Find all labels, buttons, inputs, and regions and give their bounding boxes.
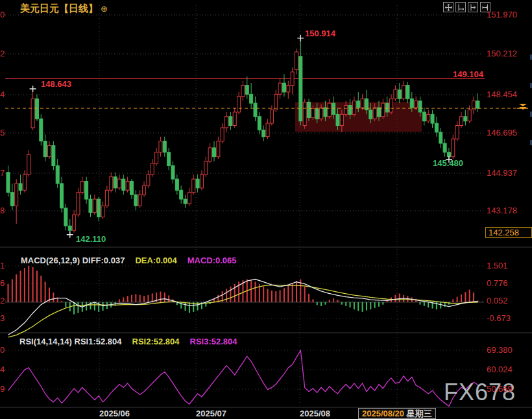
candle-body [390, 99, 393, 112]
candle-body [68, 226, 71, 230]
candle-body [184, 199, 187, 204]
current-date-label: 2025/08/20 [362, 409, 404, 418]
y-axis-label: 151.970 [487, 10, 517, 20]
candle-body [101, 206, 104, 217]
y-axis-label: 150.212 [487, 49, 517, 59]
candle-body [431, 114, 434, 123]
candle-body [110, 177, 113, 191]
y-axis-label: 0.052 [487, 296, 508, 306]
current-date-box: 2025/08/20 星期三 [358, 408, 436, 419]
x-axis-scale-icon[interactable] [455, 2, 466, 12]
y-axis-label: 144.937 [487, 168, 517, 178]
y-axis-clipped-label: 9 [0, 384, 5, 394]
candle-body [455, 126, 459, 139]
candle-body [117, 179, 121, 188]
candle-body [452, 139, 455, 157]
candle-body [287, 86, 290, 92]
candle-body [418, 101, 422, 112]
candle-body [336, 114, 339, 125]
candle-body [468, 110, 471, 121]
macd-header: MACD(26,12,9) DIFF:0.037DEA:0.004MACD:0.… [21, 256, 247, 265]
current-weekday-label: 星期三 [407, 409, 432, 418]
y-axis-clipped-label: 5 [0, 128, 5, 138]
period-tag: 【日线】 [59, 3, 98, 14]
candle-body [381, 103, 385, 117]
rsi2-value: RSI2:52.804 [132, 337, 180, 346]
y-axis-clipped-label: 4 [0, 90, 5, 100]
extreme-cross-marker [30, 86, 36, 92]
candle-body [291, 72, 294, 86]
candle-body [394, 90, 397, 99]
chart-toolbar [443, 2, 490, 12]
candle-body [476, 101, 479, 108]
rsi-params-rsi1-value: RSI(14,14,14) RSI1:52.804 [19, 337, 122, 346]
pan-icon[interactable] [443, 2, 453, 12]
candle-body [122, 179, 125, 190]
candle-body [324, 108, 327, 117]
candle-body [171, 165, 175, 179]
candle-body [180, 190, 183, 199]
candle-body [328, 103, 331, 117]
y-axis-clipped-label: 0 [0, 345, 5, 355]
candle-body [373, 108, 376, 119]
candle-body [278, 83, 282, 94]
candle-body [410, 99, 413, 108]
y-axis-label: -0.673 [487, 313, 511, 324]
candle-body [130, 182, 134, 195]
candles-layer [6, 38, 479, 235]
candle-body [35, 99, 38, 119]
candle-body [208, 148, 212, 162]
y-axis-label: 148.454 [487, 90, 517, 100]
candle-body [320, 108, 323, 119]
chart-canvas[interactable] [0, 0, 532, 419]
candle-body [398, 90, 401, 99]
y-axis-clipped-label: 0 [0, 10, 5, 20]
candle-body [435, 123, 438, 132]
candle-body [348, 106, 352, 115]
candle-body [385, 103, 389, 112]
candle-body [369, 110, 372, 119]
candle-body [31, 99, 34, 128]
candle-body [85, 182, 88, 200]
candle-body [361, 99, 364, 108]
candle-body [282, 83, 285, 92]
candle-body [19, 184, 22, 190]
candle-body [105, 190, 108, 206]
candle-body [406, 86, 409, 99]
rsi-header: RSI(14,14,14) RSI1:52.804RSI2:52.804RSI3… [19, 337, 248, 346]
macd-dea-value: DEA:0.004 [135, 256, 176, 265]
macd-params-diff-value: MACD(26,12,9) DIFF:0.037 [21, 256, 125, 265]
candle-body [229, 117, 232, 126]
candle-body [357, 101, 360, 108]
x-axis-shift-icon[interactable] [468, 2, 478, 12]
candle-body [143, 186, 146, 195]
candle-body [126, 182, 129, 191]
annotation-high-150914: 150.914 [305, 29, 335, 38]
candle-body [464, 117, 467, 121]
candle-body [80, 182, 84, 193]
candle-body [73, 215, 76, 230]
candle-body [159, 141, 162, 152]
vertical-gridlines [99, 5, 397, 407]
candle-body [443, 143, 446, 152]
candle-body [134, 195, 138, 206]
candle-body [241, 86, 245, 97]
x-axis-label-june: 2025/06 [99, 409, 130, 418]
y-axis-label: 50.669 [487, 384, 513, 394]
candle-body [378, 108, 381, 117]
candle-body [43, 141, 47, 157]
candle-body [245, 86, 248, 95]
page-title: 美元日元【日线】⊕ [20, 3, 108, 15]
candle-body [89, 199, 92, 213]
candle-body [192, 179, 195, 193]
y-axis-clipped-label: 4 [0, 365, 5, 375]
annotation-high-148643: 148.643 [41, 79, 71, 89]
candle-body [415, 101, 418, 108]
candle-body [254, 103, 257, 117]
y-axis-clipped-label: 1 [0, 261, 5, 271]
candle-body [60, 184, 64, 208]
candle-body [196, 179, 199, 188]
add-indicator-icon[interactable]: ⊕ [101, 4, 108, 14]
candle-body [422, 112, 426, 121]
candle-body [204, 162, 208, 175]
